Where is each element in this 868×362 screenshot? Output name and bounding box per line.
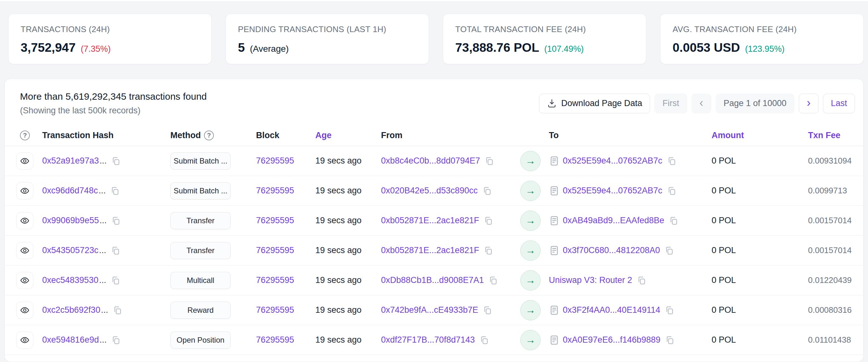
to-address-link[interactable]: 0x525E59e4...07652AB7c	[563, 156, 662, 166]
block-link[interactable]: 76295595	[256, 156, 294, 166]
copy-from-address-button[interactable]	[484, 216, 493, 225]
from-address-link[interactable]: 0xdf27F17B...70f8d7143	[381, 335, 475, 345]
to-address-link[interactable]: Uniswap V3: Router 2	[549, 275, 632, 285]
copy-transaction-hash-button[interactable]	[111, 335, 121, 345]
transaction-hash-link[interactable]: 0x99069b9e55	[42, 216, 99, 225]
copy-from-address-button[interactable]	[483, 305, 492, 315]
preview-transaction-button[interactable]	[16, 302, 33, 319]
transaction-hash-link[interactable]: 0xe594816e9d	[42, 335, 99, 345]
arrow-right-icon: →	[520, 270, 540, 290]
copy-to-address-button[interactable]	[667, 186, 676, 196]
to-address-link[interactable]: 0x3f70C680...4812208A0	[563, 246, 660, 255]
to-address-link[interactable]: 0xA0E97eE6...f146b9889	[563, 335, 660, 345]
copy-to-address-button[interactable]	[665, 335, 675, 345]
preview-transaction-button[interactable]	[16, 152, 33, 170]
copy-transaction-hash-button[interactable]	[113, 305, 122, 315]
preview-transaction-button[interactable]	[16, 242, 33, 259]
transaction-row: 0xc2c5b692f30... Reward 76295595 19 secs…	[5, 295, 863, 325]
from-address-link[interactable]: 0xDb88Cb1B...d9008E7A1	[381, 275, 484, 285]
from-cell: 0x020B42e5...d53c890cc	[381, 186, 520, 196]
column-txn-fee-sort[interactable]: Txn Fee	[808, 131, 855, 140]
download-icon	[547, 99, 557, 108]
from-address-link[interactable]: 0x742be9fA...cE4933b7E	[381, 305, 478, 315]
hash-ellipsis: ...	[100, 335, 107, 345]
transaction-hash-link[interactable]: 0xc96d6d748c	[42, 186, 98, 196]
preview-transaction-button[interactable]	[16, 332, 33, 349]
copy-to-address-button[interactable]	[669, 216, 678, 225]
pagination-first-button[interactable]: First	[654, 94, 687, 113]
copy-to-address-button[interactable]	[637, 276, 646, 285]
block-cell: 76295595	[256, 305, 315, 315]
download-page-data-button[interactable]: Download Page Data	[539, 94, 650, 113]
to-address-link[interactable]: 0xAB49aBd9...EAAfed8Be	[563, 216, 664, 225]
method-badge[interactable]: Submit Batch ...	[170, 152, 230, 170]
copy-transaction-hash-button[interactable]	[110, 186, 120, 196]
help-icon[interactable]: ?	[20, 131, 30, 140]
block-link[interactable]: 76295595	[256, 305, 294, 315]
method-badge[interactable]: Transfer	[170, 212, 230, 229]
transaction-hash-link[interactable]: 0xc2c5b692f30	[42, 305, 100, 315]
from-address-link[interactable]: 0xb052871E...2ac1e821F	[381, 216, 479, 225]
copy-transaction-hash-button[interactable]	[111, 246, 120, 255]
block-link[interactable]: 76295595	[256, 275, 294, 285]
method-badge[interactable]: Reward	[170, 302, 230, 319]
transaction-hash-link[interactable]: 0x52a91e97a3	[42, 156, 99, 166]
to-address-link[interactable]: 0x525E59e4...07652AB7c	[563, 186, 662, 196]
copy-transaction-hash-button[interactable]	[111, 216, 121, 225]
transaction-hash-link[interactable]: 0xec54839530	[42, 275, 98, 285]
copy-to-address-button[interactable]	[664, 246, 674, 255]
from-address-link[interactable]: 0xb052871E...2ac1e821F	[381, 246, 479, 255]
contract-icon	[549, 335, 560, 345]
copy-from-address-button[interactable]	[482, 186, 492, 196]
preview-transaction-button[interactable]	[16, 212, 33, 229]
transaction-hash-cell: 0x52a91e97a3...	[42, 156, 170, 166]
copy-from-address-button[interactable]	[484, 246, 493, 255]
hash-ellipsis: ...	[101, 305, 108, 315]
copy-from-address-button[interactable]	[485, 156, 494, 166]
from-address-link[interactable]: 0xb8c4eC0b...8dd0794E7	[381, 156, 480, 166]
amount-cell: 0 POL	[712, 216, 808, 225]
copy-transaction-hash-button[interactable]	[111, 276, 120, 285]
column-preview: ?	[16, 131, 42, 140]
txn-fee-cell: 0.01101438	[808, 335, 855, 345]
help-icon[interactable]: ?	[204, 131, 214, 140]
stats-card-row: TRANSACTIONS (24H) 3,752,947 (7.35%) PEN…	[8, 13, 864, 64]
eye-icon	[20, 156, 30, 166]
method-badge[interactable]: Transfer	[170, 242, 230, 259]
from-address-link[interactable]: 0x020B42e5...d53c890cc	[381, 186, 478, 196]
block-link[interactable]: 76295595	[256, 246, 294, 255]
copy-to-address-button[interactable]	[667, 156, 676, 166]
method-badge[interactable]: Multicall	[170, 272, 230, 289]
copy-icon	[111, 335, 121, 345]
block-link[interactable]: 76295595	[256, 335, 294, 345]
method-cell: Submit Batch ...	[170, 182, 256, 199]
stat-qualifier: (Average)	[250, 44, 289, 54]
pagination-last-button[interactable]: Last	[823, 94, 855, 113]
column-method: Method ?	[170, 131, 256, 140]
method-badge[interactable]: Open Position	[170, 332, 230, 349]
preview-transaction-button[interactable]	[16, 182, 33, 199]
copy-icon	[484, 216, 493, 225]
copy-icon	[111, 216, 121, 225]
block-link[interactable]: 76295595	[256, 186, 294, 196]
block-cell: 76295595	[256, 186, 315, 196]
column-age-sort[interactable]: Age	[315, 131, 381, 140]
arrow-right-icon: →	[520, 330, 540, 350]
method-badge[interactable]: Submit Batch ...	[170, 182, 230, 199]
age-cell: 19 secs ago	[315, 246, 381, 255]
column-amount-sort[interactable]: Amount	[712, 131, 808, 140]
stat-value: 73,888.76 POL	[455, 40, 539, 55]
preview-cell	[16, 302, 42, 319]
chevron-left-icon: ‹	[700, 97, 703, 109]
preview-transaction-button[interactable]	[16, 272, 33, 289]
to-address-link[interactable]: 0x3F2f4AA0...40E149114	[563, 305, 660, 315]
copy-transaction-hash-button[interactable]	[111, 156, 121, 166]
transaction-hash-link[interactable]: 0x543505723c	[42, 246, 98, 255]
pagination-next-button[interactable]: ›	[799, 94, 818, 113]
copy-from-address-button[interactable]	[488, 276, 498, 285]
txn-fee-cell: 0.00157014	[808, 216, 855, 225]
copy-to-address-button[interactable]	[664, 305, 674, 315]
pagination-prev-button[interactable]: ‹	[692, 94, 711, 113]
block-link[interactable]: 76295595	[256, 216, 294, 225]
copy-from-address-button[interactable]	[479, 335, 489, 345]
